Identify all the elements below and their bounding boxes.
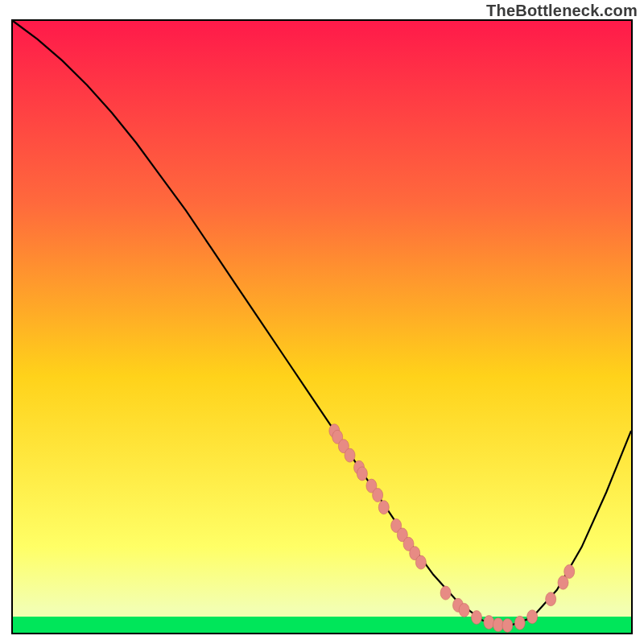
data-point bbox=[415, 555, 426, 569]
chart-container: TheBottleneck.com bbox=[0, 0, 644, 644]
data-point bbox=[502, 618, 513, 632]
data-point bbox=[472, 611, 482, 625]
data-point bbox=[564, 565, 575, 579]
data-point bbox=[345, 448, 355, 462]
data-point bbox=[527, 610, 538, 624]
watermark-label: TheBottleneck.com bbox=[486, 2, 638, 20]
data-point bbox=[378, 501, 389, 514]
data-point bbox=[459, 603, 469, 617]
data-point bbox=[493, 618, 503, 632]
data-point bbox=[440, 586, 451, 600]
data-point bbox=[373, 489, 383, 502]
data-point bbox=[357, 467, 367, 481]
bottleneck-chart-svg bbox=[11, 19, 633, 634]
heat-gradient bbox=[13, 21, 631, 633]
optimal-band bbox=[13, 617, 631, 633]
plot-area bbox=[11, 19, 633, 634]
data-point bbox=[514, 616, 525, 630]
data-point bbox=[546, 592, 556, 606]
data-point bbox=[484, 616, 494, 630]
